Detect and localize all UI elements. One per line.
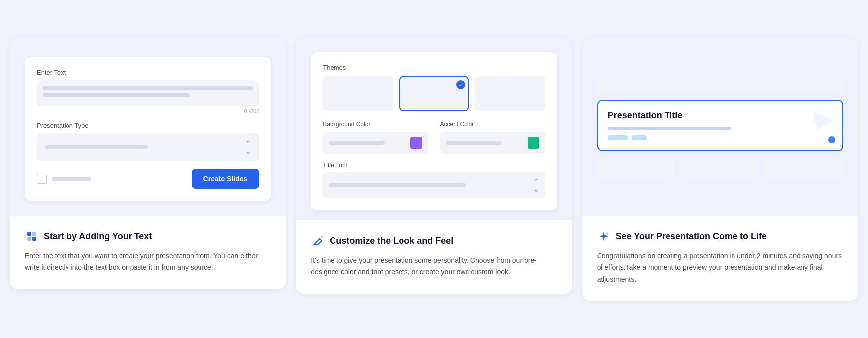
card2-inner-panel: Themes ✓ Background Color [311,52,557,210]
preview-small-1 [597,156,676,178]
grid-icon [25,229,39,243]
card2-bottom: Customize the Look and Feel It's time to… [296,220,572,293]
card1-preview: Enter Text 0 /500 Presentation Type ⌃⌄ [10,37,286,216]
presentation-type-label: Presentation Type [37,122,259,129]
bg-color-text-line [329,141,385,145]
slide-tags [608,135,832,140]
presentation-type-select[interactable]: ⌃⌄ [37,133,259,161]
main-container: Enter Text 0 /500 Presentation Type ⌃⌄ [10,37,858,300]
preview-outer: Presentation Title [597,80,843,178]
card-preview: Presentation Title [582,37,858,300]
title-font-label: Title Font [323,162,545,169]
preview-bottom-row [597,156,843,178]
theme-check-icon: ✓ [456,80,465,89]
line1 [43,86,253,90]
preview-small-3 [764,156,843,178]
svg-rect-3 [32,237,36,241]
char-count: 0 /500 [37,108,259,114]
card1-bottom: Start by Adding Your Text Enter the text… [10,216,286,289]
step1-title: Start by Adding Your Text [44,231,152,242]
font-select-line [329,183,466,187]
step2-title: Customize the Look and Feel [330,236,453,246]
accent-color-swatch[interactable] [528,137,539,149]
svg-rect-0 [27,232,31,236]
chevron-icon: ⌃⌄ [245,139,251,155]
background-color-group: Background Color [323,121,428,154]
svg-rect-2 [27,237,31,241]
svg-rect-1 [32,232,36,236]
select-inner-line [45,145,148,149]
accent-color-label: Accent Color [440,121,545,128]
step3-title: See Your Presentation Come to Life [616,231,767,242]
theme-option-1[interactable] [323,76,393,111]
preview-top-bar [597,80,843,95]
svg-point-4 [321,236,323,238]
card-customize: Themes ✓ Background Color [296,37,572,293]
create-slides-button[interactable]: Create Slides [192,169,260,189]
themes-row: ✓ [323,76,545,111]
slide-line-1 [608,127,732,130]
card-add-text: Enter Text 0 /500 Presentation Type ⌃⌄ [10,37,286,289]
slide-preview: Presentation Title [597,100,843,151]
card2-preview: Themes ✓ Background Color [296,37,572,220]
text-input-mock [37,80,259,106]
bg-color-label: Background Color [323,121,428,128]
colors-row: Background Color Accent Color [323,121,545,154]
step3-desc: Congratulations on creating a presentati… [597,250,843,284]
card3-preview: Presentation Title [582,37,858,216]
enter-text-label: Enter Text [37,69,259,76]
edit-icon [311,234,325,248]
font-chevron-icon: ⌃⌄ [534,177,539,193]
theme-option-2[interactable]: ✓ [399,76,469,111]
accent-color-text-line [446,141,502,145]
bg-color-swatch[interactable] [410,137,422,149]
card1-bottom-row: Create Slides [37,169,259,189]
slide-tag-2 [632,135,647,140]
slide-decoration [807,106,837,135]
theme-option-3[interactable] [475,76,545,111]
bg-color-input[interactable] [323,132,428,154]
themes-label: Themes [323,64,545,71]
line2 [43,93,190,97]
slide-dot [828,136,835,143]
checkbox-row [37,174,91,184]
step1-desc: Enter the text that you want to create y… [25,250,271,273]
checkbox[interactable] [37,174,47,184]
step3-header: See Your Presentation Come to Life [597,229,843,243]
slide-tag-1 [608,135,628,140]
card1-inner-panel: Enter Text 0 /500 Presentation Type ⌃⌄ [25,57,271,201]
accent-color-input[interactable] [440,132,545,154]
step1-header: Start by Adding Your Text [25,229,271,243]
slide-title: Presentation Title [608,111,832,121]
font-select[interactable]: ⌃⌄ [323,172,545,198]
accent-color-group: Accent Color [440,121,545,154]
checkbox-label-line [52,177,91,181]
preview-small-2 [680,156,759,178]
step2-desc: It's time to give your presentation some… [311,255,557,278]
sparkle-icon [597,229,611,243]
card3-bottom: See Your Presentation Come to Life Congr… [582,216,858,300]
step2-header: Customize the Look and Feel [311,234,557,248]
